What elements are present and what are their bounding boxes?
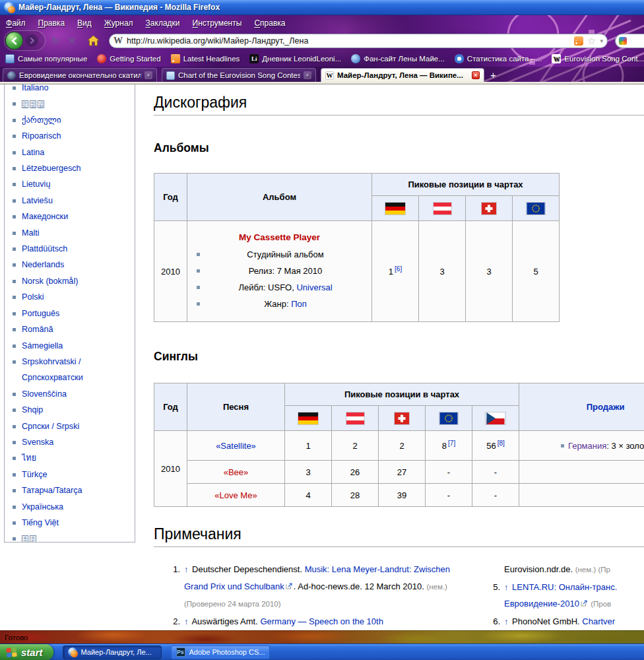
language-link[interactable]: Sámegiella <box>22 341 63 350</box>
popular-bookmarks-icon <box>5 54 15 63</box>
language-link[interactable]: Ripoarisch <box>22 131 61 141</box>
menu-item[interactable]: Закладки <box>146 18 180 28</box>
song-link[interactable]: «Bee» <box>224 467 249 477</box>
bookmark-star-icon[interactable]: ☆ <box>587 36 596 46</box>
window-title: Майер-Ландрут, Лена — Википедия - Mozill… <box>18 3 220 12</box>
language-link[interactable]: Tiếng Việt <box>22 518 59 527</box>
language-link[interactable]: Srpskohrvatski / Српскохрватски <box>22 357 83 382</box>
start-button[interactable]: start <box>0 644 53 660</box>
menu-item[interactable]: Файл <box>6 18 26 28</box>
tab[interactable]: WМайер-Ландрут, Лена — Википе...× <box>321 68 484 82</box>
menu-item[interactable]: Инструменты <box>193 18 242 28</box>
language-link[interactable]: Română <box>22 325 53 334</box>
language-link[interactable]: Македонски <box>22 212 68 221</box>
language-link[interactable]: Português <box>22 309 59 318</box>
peak-cell: 3 <box>285 461 332 484</box>
language-link[interactable]: Norsk (bokmål) <box>22 277 78 286</box>
menu-item[interactable]: Журнал <box>104 18 133 28</box>
language-link[interactable]: Українська <box>22 502 63 512</box>
language-link[interactable]: Latina <box>22 148 44 157</box>
getting-started-icon <box>97 54 106 63</box>
tab-close-button[interactable]: × <box>145 71 152 79</box>
language-link[interactable]: Lietuvių <box>22 180 50 189</box>
sidebar-language-item: Malti <box>9 225 127 241</box>
tab-close-button[interactable]: × <box>472 71 480 79</box>
tab[interactable]: Евровидение окончательно скатило...× <box>3 68 157 82</box>
firefox-icon <box>68 647 77 657</box>
bookmark-item[interactable]: Статистика сайта - ... <box>455 54 542 63</box>
flag-austria-icon <box>434 203 451 214</box>
backlink-arrow-icon[interactable]: ↑ <box>504 582 509 592</box>
label-link[interactable]: Universal <box>296 282 332 292</box>
menu-item[interactable]: Справка <box>254 18 285 28</box>
taskbar-task-button[interactable]: PsAdobe Photoshop CS... <box>171 645 270 659</box>
bookmark-item[interactable]: Фан-сайт Лены Майе... <box>351 54 445 63</box>
albums-heading: Альбомы <box>154 141 209 155</box>
peak-cell: 3 <box>419 221 466 322</box>
backlink-arrow-icon[interactable]: ↑ <box>184 616 189 626</box>
taskbar-task-button[interactable]: Майер-Ландрут, Ле... <box>63 645 162 659</box>
language-link[interactable]: Nederlands <box>22 260 64 269</box>
new-tab-button[interactable]: + <box>489 69 500 82</box>
language-link[interactable]: Lëtzebuergesch <box>22 164 81 173</box>
backlink-arrow-icon[interactable]: ↑ <box>504 616 509 626</box>
language-link[interactable]: Татарча/Tatarça <box>22 486 82 495</box>
footnote-link[interactable]: [7] <box>448 440 455 447</box>
language-link[interactable]: Malti <box>22 228 40 238</box>
url-dropdown-icon[interactable]: ▾ <box>600 38 603 44</box>
bookmark-item[interactable]: Getting Started <box>97 54 160 63</box>
germany-link[interactable]: Германия <box>568 441 606 451</box>
url-bar[interactable]: W http://ru.wikipedia.org/wiki/Майер-Лан… <box>109 34 608 48</box>
song-link[interactable]: «Satellite» <box>216 441 256 451</box>
rss-icon[interactable] <box>574 36 583 46</box>
language-link[interactable]: Latviešu <box>22 196 53 205</box>
sidebar-language-item: Ripoarisch <box>9 128 127 144</box>
language-link[interactable]: Slovenščina <box>22 389 67 399</box>
language-link[interactable]: ქართული <box>22 116 61 125</box>
bookmark-label: Дневник LeonidLeoni... <box>262 55 341 63</box>
flag-cell <box>472 406 519 431</box>
language-link[interactable]: Svenska <box>22 438 53 447</box>
language-link[interactable]: Plattdüütsch <box>22 244 67 253</box>
sidebar-language-item: Українська <box>9 499 127 515</box>
song-link[interactable]: «Love Me» <box>214 490 257 500</box>
forward-button[interactable] <box>26 34 38 47</box>
bookmark-item[interactable]: Latest Headlines <box>171 54 240 63</box>
bookmark-item[interactable]: WEurovision Song Cont... <box>552 54 644 63</box>
missing-glyph-box: AD6D <box>30 100 36 108</box>
language-link[interactable]: Polski <box>22 292 44 302</box>
album-title-link[interactable]: My Cassette Player <box>194 232 365 242</box>
flag-switzerland-icon <box>395 412 409 424</box>
footnote-link[interactable]: [8] <box>498 440 505 447</box>
reference-link[interactable]: Chartver <box>582 616 615 626</box>
sales-header-link[interactable]: Продажи <box>587 402 625 412</box>
backlink-arrow-icon[interactable]: ↑ <box>184 564 189 574</box>
tab[interactable]: Chart of the Eurovision Song Contest 2..… <box>162 68 316 82</box>
menu-item[interactable]: Правка <box>38 18 65 28</box>
start-label: start <box>21 647 43 658</box>
reference-link[interactable]: LENTA.RU: Онлайн-транс. <box>510 582 618 592</box>
language-link[interactable]: Српски / Srpski <box>22 422 79 431</box>
language-link[interactable]: Shqip <box>22 405 43 414</box>
menu-item[interactable]: Вид <box>77 18 92 28</box>
reload-button[interactable]: ↻ <box>49 34 62 48</box>
language-link[interactable]: ไทย <box>22 453 36 463</box>
tab-close-button[interactable]: × <box>304 71 311 79</box>
footnote-link[interactable]: [6] <box>395 265 402 273</box>
peak-cell: 27 <box>379 461 426 484</box>
language-link[interactable]: Türkçe <box>22 470 48 479</box>
singles-year-cell: 2010 <box>154 431 187 507</box>
url-text[interactable]: http://ru.wikipedia.org/wiki/Майер-Ландр… <box>127 36 570 46</box>
task-label: Adobe Photoshop CS... <box>189 648 265 656</box>
back-button[interactable] <box>5 32 23 50</box>
bookmark-item[interactable]: Самые популярные <box>5 54 87 63</box>
stop-button[interactable]: ✕ <box>65 34 79 48</box>
genre-link[interactable]: Поп <box>291 299 307 309</box>
reference-link[interactable]: Евровидение-2010 <box>504 599 579 609</box>
bookmark-item[interactable]: LiДневник LeonidLeoni... <box>249 54 341 63</box>
search-box-partial[interactable] <box>615 34 644 48</box>
home-button[interactable] <box>86 34 100 48</box>
language-link[interactable]: Italiano <box>22 84 49 92</box>
reference-link[interactable]: Germany — Speech on the 10th <box>260 616 383 626</box>
reference-text: PhonoNet GmbH. <box>510 616 583 626</box>
